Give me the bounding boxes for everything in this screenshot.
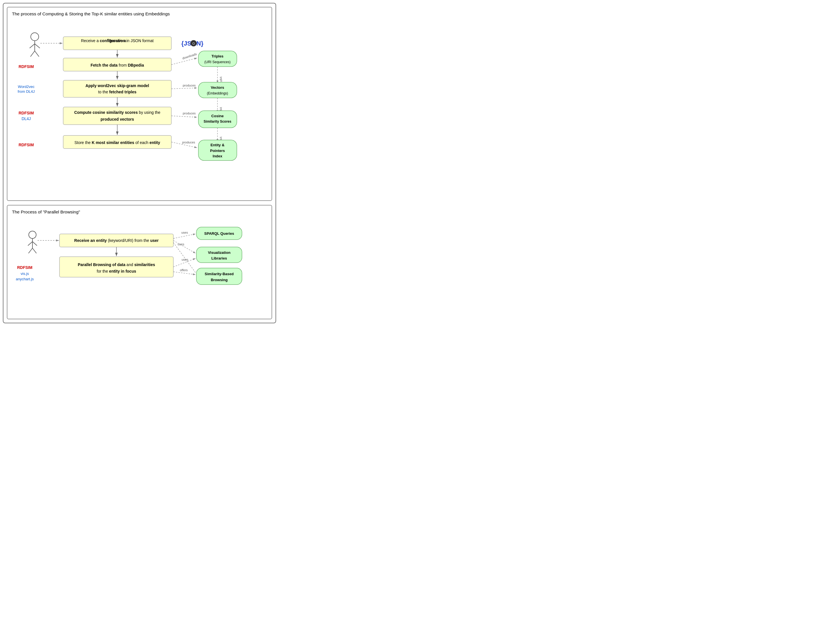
svg-text:for the entity in focus: for the entity in focus xyxy=(97,269,136,274)
svg-text:to the fetched triples: to the fetched triples xyxy=(98,90,137,94)
svg-text:Browsing: Browsing xyxy=(211,278,227,282)
svg-text:anychart.js: anychart.js xyxy=(16,277,34,281)
svg-text:RDFSIM: RDFSIM xyxy=(17,265,32,270)
svg-line-68 xyxy=(32,242,37,246)
svg-line-74 xyxy=(174,234,196,238)
section2: The Process of "Parallel Browsing" xyxy=(7,205,272,319)
svg-text:Pointers: Pointers xyxy=(210,149,225,153)
svg-line-46 xyxy=(171,116,197,117)
svg-text:produced vectors: produced vectors xyxy=(101,117,134,122)
svg-text:Parallel Browsing of data and : Parallel Browsing of data and similariti… xyxy=(78,263,155,267)
outer-container: The process of Computing & Storing the T… xyxy=(3,3,276,323)
svg-line-33 xyxy=(171,88,197,89)
section2-diagram: Receive an entity (keyword/URI) from the… xyxy=(12,219,268,316)
svg-text:Triples: Triples xyxy=(211,54,224,58)
section2-title: The Process of "Parallel Browsing" xyxy=(12,209,267,214)
svg-rect-43 xyxy=(63,107,171,125)
svg-line-5 xyxy=(35,44,40,48)
svg-rect-88 xyxy=(60,257,174,277)
svg-text:uses: uses xyxy=(181,231,188,234)
svg-text:offers: offers xyxy=(180,268,188,272)
svg-text:downloads: downloads xyxy=(182,52,197,60)
svg-text:Apply word2vec skip-gram model: Apply word2vec skip-gram model xyxy=(85,83,149,88)
svg-text:Visualization: Visualization xyxy=(208,250,230,255)
svg-text:RDFSIM: RDFSIM xyxy=(18,64,34,69)
svg-text:Fetch the data from DBpedia: Fetch the data from DBpedia xyxy=(91,63,144,67)
svg-point-2 xyxy=(31,33,39,41)
svg-text:Similarity Scores: Similarity Scores xyxy=(204,120,232,123)
svg-rect-30 xyxy=(63,80,171,97)
svg-line-67 xyxy=(28,242,32,246)
svg-text:(URI Sequences): (URI Sequences) xyxy=(204,60,230,64)
svg-line-6 xyxy=(31,51,35,57)
svg-point-65 xyxy=(29,231,36,238)
svg-text:N}: N} xyxy=(196,40,204,47)
svg-text:RDFSIM: RDFSIM xyxy=(18,111,34,115)
svg-text:{JS: {JS xyxy=(181,40,191,47)
svg-text:Similarity-Based: Similarity-Based xyxy=(205,272,234,276)
svg-text:vis.js: vis.js xyxy=(21,271,29,276)
svg-text:Index: Index xyxy=(212,154,222,158)
svg-text:uses: uses xyxy=(178,242,185,246)
svg-text:produces: produces xyxy=(183,112,196,115)
svg-text:SPARQL Queries: SPARQL Queries xyxy=(204,231,234,236)
svg-text:produces: produces xyxy=(182,141,195,144)
svg-text:O: O xyxy=(193,42,195,45)
svg-text:Word2vec: Word2vec xyxy=(18,84,35,89)
svg-text:Store the K most similar entit: Store the K most similar entities of eac… xyxy=(74,140,160,145)
svg-text:(Embeddings): (Embeddings) xyxy=(207,91,228,95)
section1-diagram: Receive a Receive a configuration in JSO… xyxy=(12,21,268,198)
svg-text:Compute cosine similarity scor: Compute cosine similarity scores by usin… xyxy=(74,110,161,115)
svg-text:uses: uses xyxy=(182,258,188,261)
svg-rect-93 xyxy=(196,268,242,285)
svg-text:DL4J: DL4J xyxy=(22,117,31,121)
svg-text:produces: produces xyxy=(183,84,196,87)
svg-line-91 xyxy=(174,272,196,275)
svg-rect-35 xyxy=(198,82,237,98)
svg-text:Receive an entity (keyword/URI: Receive an entity (keyword/URI) from the… xyxy=(74,238,159,243)
section1: The process of Computing & Storing the T… xyxy=(7,7,272,201)
svg-text:Vectors: Vectors xyxy=(211,85,224,90)
svg-text:Receive a configuration in JSO: Receive a configuration in JSON format xyxy=(81,39,153,43)
svg-text:RDFSIM: RDFSIM xyxy=(18,143,34,147)
svg-line-4 xyxy=(29,44,35,48)
svg-text:Cosine: Cosine xyxy=(211,114,224,118)
svg-text:from DL4J: from DL4J xyxy=(18,89,35,94)
svg-line-69 xyxy=(28,248,32,253)
svg-rect-48 xyxy=(198,111,237,128)
svg-line-7 xyxy=(35,51,39,57)
svg-line-70 xyxy=(32,248,36,253)
svg-text:Libraries: Libraries xyxy=(211,256,227,260)
section1-title: The process of Computing & Storing the T… xyxy=(12,11,267,16)
svg-rect-22 xyxy=(198,51,237,66)
svg-text:Entity &: Entity & xyxy=(210,143,224,147)
